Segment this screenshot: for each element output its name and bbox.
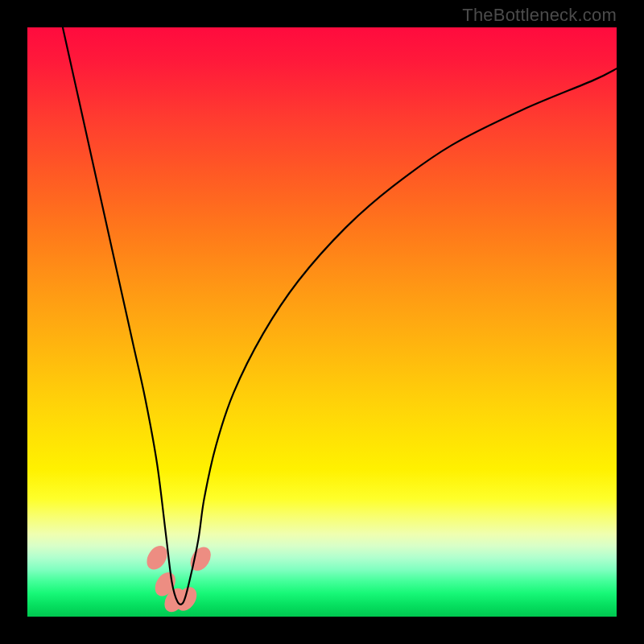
frame: TheBottleneck.com [0, 0, 644, 644]
chart-svg [27, 27, 617, 617]
plot-area [27, 27, 617, 617]
marker-e [186, 543, 215, 575]
bottleneck-curve [63, 27, 617, 605]
watermark-text: TheBottleneck.com [462, 5, 617, 26]
